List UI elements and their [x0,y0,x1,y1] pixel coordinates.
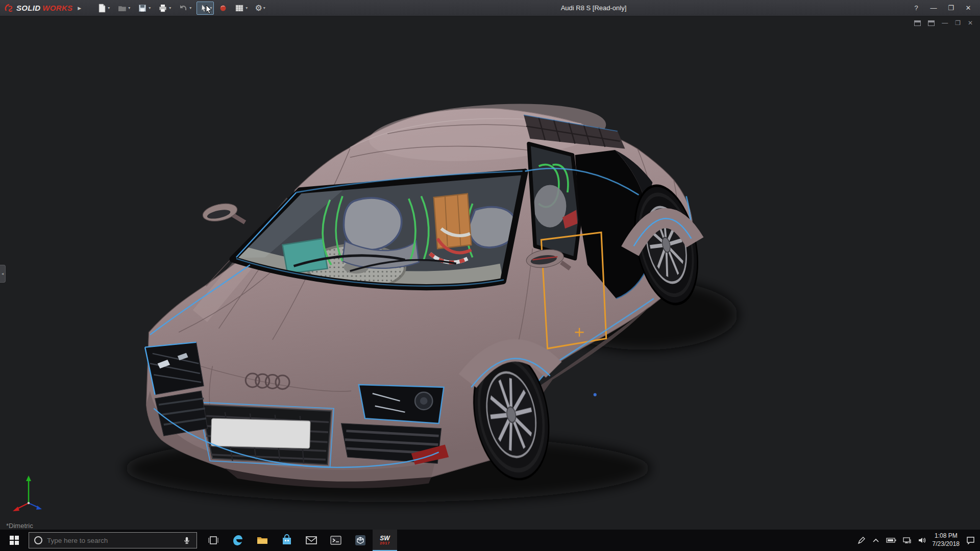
design-table-button[interactable]: ▾ [232,2,250,15]
dropdown-caret-icon[interactable]: ▾ [263,6,265,10]
cortana-icon [34,536,42,544]
panel-collapse-tab[interactable]: ◂ [0,265,6,283]
dropdown-caret-icon[interactable]: ▾ [169,6,171,10]
brand-text-solid: SOLID [16,4,40,12]
close-button[interactable]: ✕ [961,2,976,15]
dropdown-caret-icon[interactable]: ▾ [210,6,212,10]
network-icon[interactable] [903,537,911,544]
cascade-window-icon[interactable] [928,20,935,26]
solidworks-brand: SOLIDWORKS [4,4,72,13]
select-cursor-icon [199,3,209,13]
origin-point[interactable] [594,393,597,396]
terminal-button[interactable] [324,530,348,551]
left-headlight[interactable] [145,342,204,395]
table-icon [234,3,244,13]
tray-chevron-up-icon[interactable] [872,538,879,543]
store-bag-icon [281,534,292,546]
dropdown-caret-icon[interactable]: ▾ [149,6,151,10]
clock-date: 7/23/2018 [933,540,960,548]
taskbar-apps: SW 2017 [201,530,397,551]
undo-icon [178,3,188,13]
solidworks-app-button[interactable]: SW 2017 [373,530,397,551]
search-input[interactable] [47,537,178,544]
volume-icon[interactable] [918,537,926,544]
edge-icon [232,534,244,546]
help-button[interactable]: ? [909,2,924,15]
dropdown-caret-icon[interactable]: ▾ [128,6,130,10]
dropdown-caret-icon[interactable]: ▾ [246,6,248,10]
folder-icon [256,534,268,546]
windows-logo-icon [10,536,19,545]
document-window-controls: — ❐ ✕ [914,19,973,27]
window-title: Audi R8 S [Read-only] [561,4,627,12]
save-button[interactable]: ▾ [135,2,153,15]
terminal-icon [330,535,342,545]
action-center-icon[interactable] [966,536,975,544]
edrawings-button[interactable] [348,530,373,551]
viewport-canvas[interactable]: — ❐ ✕ ◂ *Dimetric [0,16,980,530]
new-window-icon[interactable] [914,20,921,26]
cad-viewer-icon [354,534,366,546]
gear-icon: ⚙ [255,4,262,12]
task-view-button[interactable] [201,530,226,551]
dropdown-caret-icon[interactable]: ▾ [108,6,110,10]
print-icon [158,3,168,13]
new-document-icon [96,3,107,13]
print-button[interactable]: ▾ [156,2,173,15]
dassault-logo-icon [4,4,14,13]
toolbar-expander-icon[interactable]: ▶ [78,6,81,11]
start-button[interactable] [0,530,29,551]
collaboration-button[interactable] [217,2,229,15]
clock-time: 1:08 PM [933,532,960,540]
license-plate [211,418,310,448]
left-mirror[interactable] [201,201,245,224]
doc-minimize-button[interactable]: — [942,19,948,27]
taskbar-search[interactable] [29,532,197,548]
model-scene[interactable] [0,16,980,530]
system-tray: 1:08 PM 7/23/2018 [857,530,980,551]
minimize-button[interactable]: — [926,2,941,15]
chevron-left-icon: ◂ [2,271,4,276]
options-button[interactable]: ⚙ ▾ [253,2,267,15]
battery-icon[interactable] [886,537,896,543]
solidworks-app-icon: SW 2017 [380,535,390,545]
microphone-icon[interactable] [182,536,191,545]
front-grille[interactable] [198,402,334,467]
titlebar: SOLIDWORKS ▶ ▾ ▾ ▾ [0,0,980,16]
doc-restore-button[interactable]: ❐ [955,19,961,27]
collaboration-icon [219,3,227,13]
window-controls: ? — ❐ ✕ [909,2,976,15]
select-tool-button[interactable]: ▾ [197,2,214,15]
taskbar: SW 2017 1:08 PM 7/23/2018 [0,530,980,551]
quick-access-toolbar: ▾ ▾ ▾ ▾ [94,2,267,15]
screen: SOLIDWORKS ▶ ▾ ▾ ▾ [0,0,980,551]
file-explorer-button[interactable] [250,530,275,551]
open-folder-icon [117,3,127,13]
undo-button[interactable]: ▾ [176,2,193,15]
mail-icon [305,535,317,545]
dropdown-caret-icon[interactable]: ▾ [189,6,191,10]
doc-close-button[interactable]: ✕ [968,19,973,27]
edge-button[interactable] [226,530,250,551]
right-headlight[interactable] [359,385,444,423]
windows-ink-pen-icon[interactable] [857,536,866,544]
open-button[interactable]: ▾ [115,2,132,15]
new-document-button[interactable]: ▾ [94,2,112,15]
restore-button[interactable]: ❐ [943,2,959,15]
save-icon [137,3,148,13]
task-view-icon [208,535,219,546]
view-orientation-label: *Dimetric [6,522,33,530]
orientation-triad [9,471,52,516]
brand-text-works: WORKS [42,4,72,12]
taskbar-clock[interactable]: 1:08 PM 7/23/2018 [933,532,960,548]
store-button[interactable] [275,530,299,551]
sw-badge: 2017 [380,541,390,545]
mail-button[interactable] [299,530,324,551]
